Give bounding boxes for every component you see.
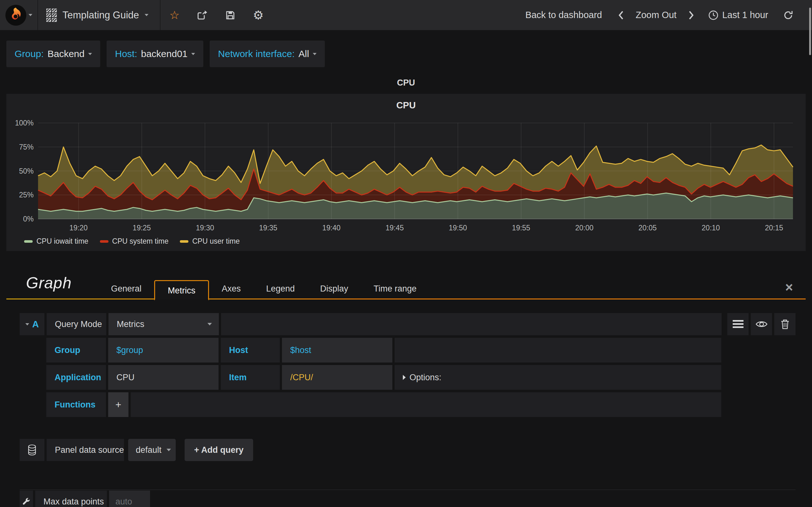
- datasource-value: default: [136, 445, 161, 455]
- tab-metrics[interactable]: Metrics: [154, 280, 209, 300]
- star-button[interactable]: ☆: [160, 0, 189, 30]
- svg-text:50%: 50%: [19, 167, 34, 175]
- svg-text:19:50: 19:50: [449, 224, 467, 232]
- time-range-label: Last 1 hour: [722, 10, 768, 20]
- query-row-functions: Functions +: [46, 392, 721, 417]
- tab-general[interactable]: General: [98, 279, 154, 299]
- application-field-input[interactable]: CPU: [108, 365, 218, 390]
- graph-panel: CPU 19:2019:2519:3019:3519:4019:4519:501…: [6, 94, 806, 251]
- variable-group-dropdown[interactable]: Group: Backend: [6, 41, 100, 67]
- variable-network-dropdown[interactable]: Network interface: All: [210, 41, 325, 67]
- tab-time-range[interactable]: Time range: [361, 279, 429, 299]
- share-button[interactable]: [189, 0, 216, 30]
- variable-host-label: Host:: [115, 49, 137, 59]
- close-editor-icon[interactable]: ×: [785, 281, 793, 294]
- cpu-usage-chart: 19:2019:2519:3019:3519:4019:4519:5019:55…: [6, 113, 806, 240]
- title-caret-icon: [145, 14, 148, 16]
- panel-header-title[interactable]: CPU: [0, 78, 812, 88]
- template-variables: Group: Backend Host: backend01 Network i…: [6, 41, 325, 67]
- svg-text:19:55: 19:55: [512, 224, 530, 232]
- options-toggle[interactable]: Options:: [395, 365, 721, 390]
- refresh-icon: [783, 10, 793, 20]
- query-menu-button[interactable]: [727, 313, 749, 335]
- query-row-a: A Query Mode Metrics: [20, 313, 796, 335]
- refresh-button[interactable]: [777, 0, 799, 30]
- datasource-select[interactable]: default: [128, 439, 176, 461]
- back-to-dashboard-button[interactable]: Back to dashboard: [518, 10, 610, 20]
- save-icon: [225, 10, 236, 20]
- query-toggle-visibility-button[interactable]: [751, 313, 772, 335]
- svg-text:19:45: 19:45: [386, 224, 404, 232]
- query-mode-select[interactable]: Metrics: [108, 313, 219, 335]
- variable-host-dropdown[interactable]: Host: backend01: [107, 41, 203, 67]
- trash-icon: [780, 319, 790, 330]
- row-spacer: [395, 338, 721, 362]
- max-data-points-row: Max data points: [20, 490, 796, 507]
- legend-item[interactable]: CPU iowait time: [24, 237, 89, 245]
- tab-axes[interactable]: Axes: [209, 279, 253, 299]
- select-caret-icon: [166, 449, 171, 451]
- row-spacer: [131, 392, 721, 417]
- legend-label: CPU iowait time: [37, 237, 89, 245]
- host-field-label: Host: [221, 338, 280, 362]
- dropdown-caret-icon: [191, 53, 195, 55]
- application-field-label: Application: [46, 365, 106, 390]
- editor-tabs: General Metrics Axes Legend Display Time…: [98, 279, 429, 299]
- time-shift-back-button[interactable]: [613, 10, 629, 20]
- svg-text:19:25: 19:25: [133, 224, 151, 232]
- dashboard-title-dropdown[interactable]: Templating Guide: [38, 0, 160, 30]
- clock-icon: [708, 10, 718, 20]
- query-collapse-toggle[interactable]: A: [20, 313, 44, 335]
- share-icon: [197, 9, 208, 21]
- datasource-icon-cell: [20, 439, 44, 461]
- group-field-label: Group: [46, 338, 106, 362]
- grafana-logo-icon: [5, 4, 27, 26]
- query-row-group-host: Group $group Host $host: [46, 338, 721, 362]
- host-field-input[interactable]: $host: [282, 338, 392, 362]
- legend-label: CPU user time: [192, 237, 240, 245]
- legend-item[interactable]: CPU user time: [180, 237, 240, 245]
- svg-text:19:20: 19:20: [69, 224, 88, 232]
- legend-swatch-icon: [24, 240, 33, 243]
- wrench-icon-cell: [20, 491, 33, 507]
- chart-title[interactable]: CPU: [6, 100, 806, 111]
- time-picker-button[interactable]: Last 1 hour: [703, 10, 774, 20]
- item-field-input[interactable]: /CPU/: [282, 365, 392, 390]
- add-query-button[interactable]: + Add query: [185, 439, 253, 461]
- max-data-points-input[interactable]: [109, 491, 150, 507]
- query-letter: A: [32, 319, 39, 330]
- group-field-input[interactable]: $group: [108, 338, 218, 362]
- logo-caret-icon: [29, 14, 32, 16]
- zoom-out-button[interactable]: Zoom Out: [632, 10, 680, 20]
- add-function-button[interactable]: +: [108, 392, 129, 417]
- chevron-left-icon: [618, 10, 624, 20]
- variable-group-label: Group:: [14, 49, 44, 59]
- scrollbar-thumb[interactable]: [809, 8, 811, 55]
- svg-text:75%: 75%: [19, 143, 34, 151]
- tab-display[interactable]: Display: [307, 279, 361, 299]
- panel-editor-header: Graph General Metrics Axes Legend Displa…: [6, 270, 806, 299]
- svg-text:20:05: 20:05: [639, 224, 657, 232]
- svg-text:0%: 0%: [23, 215, 34, 223]
- variable-network-label: Network interface:: [218, 49, 295, 59]
- grafana-menu-button[interactable]: [0, 0, 38, 30]
- svg-text:25%: 25%: [19, 191, 34, 199]
- save-button[interactable]: [216, 0, 244, 30]
- svg-text:19:30: 19:30: [196, 224, 214, 232]
- svg-text:20:10: 20:10: [702, 224, 720, 232]
- menu-icon: [733, 320, 744, 329]
- chart-legend: CPU iowait timeCPU system timeCPU user t…: [24, 237, 251, 245]
- dashboard-title: Templating Guide: [62, 9, 139, 21]
- legend-swatch-icon: [100, 240, 108, 243]
- tab-legend[interactable]: Legend: [253, 279, 307, 299]
- query-row-spacer: [221, 313, 722, 335]
- wrench-icon: [22, 498, 31, 506]
- variable-group-value: Backend: [48, 49, 85, 59]
- collapse-caret-icon: [26, 323, 29, 326]
- legend-item[interactable]: CPU system time: [100, 237, 169, 245]
- settings-button[interactable]: ⚙: [244, 0, 272, 30]
- query-delete-button[interactable]: [774, 313, 796, 335]
- time-shift-forward-button[interactable]: [683, 10, 699, 20]
- select-caret-icon: [207, 323, 212, 326]
- item-field-label: Item: [221, 365, 280, 390]
